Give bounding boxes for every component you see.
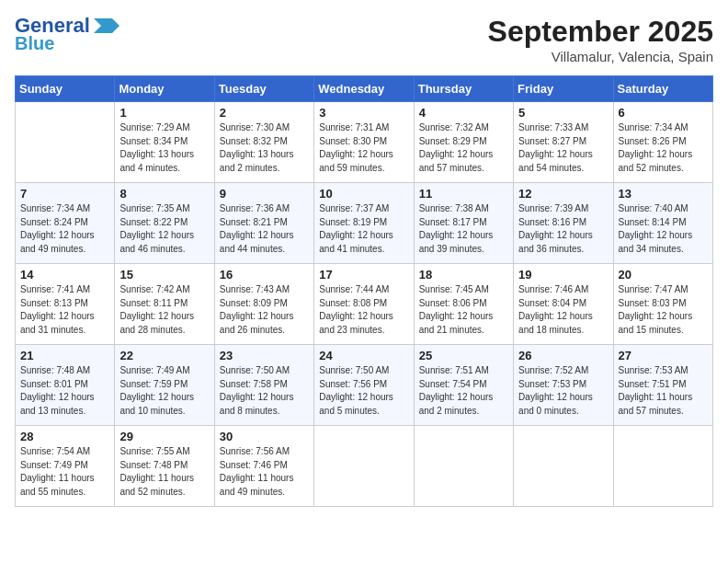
weekday-header: Friday	[514, 76, 613, 102]
day-info: Sunrise: 7:34 AM Sunset: 8:26 PM Dayligh…	[619, 121, 708, 175]
day-info: Sunrise: 7:46 AM Sunset: 8:04 PM Dayligh…	[518, 283, 608, 337]
calendar-cell	[514, 426, 613, 507]
day-info: Sunrise: 7:31 AM Sunset: 8:30 PM Dayligh…	[319, 121, 408, 175]
calendar-cell: 20Sunrise: 7:47 AM Sunset: 8:03 PM Dayli…	[613, 264, 712, 345]
calendar-cell	[414, 426, 513, 507]
day-number: 21	[20, 349, 109, 362]
calendar-week-row: 14Sunrise: 7:41 AM Sunset: 8:13 PM Dayli…	[16, 264, 713, 345]
day-info: Sunrise: 7:37 AM Sunset: 8:19 PM Dayligh…	[319, 202, 408, 256]
day-number: 30	[220, 430, 309, 443]
calendar-cell: 21Sunrise: 7:48 AM Sunset: 8:01 PM Dayli…	[16, 345, 115, 426]
calendar-cell: 11Sunrise: 7:38 AM Sunset: 8:17 PM Dayli…	[414, 183, 513, 264]
day-info: Sunrise: 7:43 AM Sunset: 8:09 PM Dayligh…	[220, 283, 309, 337]
day-number: 26	[518, 349, 608, 362]
day-info: Sunrise: 7:42 AM Sunset: 8:11 PM Dayligh…	[119, 283, 209, 337]
day-number: 16	[220, 268, 309, 282]
calendar-cell: 15Sunrise: 7:42 AM Sunset: 8:11 PM Dayli…	[115, 264, 214, 345]
day-info: Sunrise: 7:51 AM Sunset: 7:54 PM Dayligh…	[419, 364, 508, 418]
calendar-cell: 18Sunrise: 7:45 AM Sunset: 8:06 PM Dayli…	[414, 264, 513, 345]
calendar-cell: 23Sunrise: 7:50 AM Sunset: 7:58 PM Dayli…	[214, 345, 313, 426]
logo: General Blue	[15, 15, 119, 53]
weekday-header: Monday	[115, 76, 214, 102]
day-number: 18	[419, 268, 508, 282]
calendar-cell	[314, 426, 414, 507]
day-number: 28	[20, 430, 109, 443]
calendar-week-row: 1Sunrise: 7:29 AM Sunset: 8:34 PM Daylig…	[16, 102, 713, 183]
logo-icon	[94, 18, 119, 33]
day-number: 11	[419, 187, 508, 201]
day-number: 2	[220, 106, 309, 120]
calendar-cell: 27Sunrise: 7:53 AM Sunset: 7:51 PM Dayli…	[613, 345, 712, 426]
day-info: Sunrise: 7:38 AM Sunset: 8:17 PM Dayligh…	[419, 202, 508, 256]
day-number: 24	[319, 349, 408, 362]
calendar-cell: 7Sunrise: 7:34 AM Sunset: 8:24 PM Daylig…	[16, 183, 115, 264]
calendar-week-row: 7Sunrise: 7:34 AM Sunset: 8:24 PM Daylig…	[16, 183, 713, 264]
day-info: Sunrise: 7:33 AM Sunset: 8:27 PM Dayligh…	[518, 121, 608, 175]
calendar-cell: 1Sunrise: 7:29 AM Sunset: 8:34 PM Daylig…	[115, 102, 214, 183]
day-info: Sunrise: 7:34 AM Sunset: 8:24 PM Dayligh…	[20, 202, 109, 256]
calendar-cell: 2Sunrise: 7:30 AM Sunset: 8:32 PM Daylig…	[214, 102, 313, 183]
logo-blue-text: Blue	[15, 33, 54, 53]
day-number: 6	[619, 106, 708, 120]
calendar-week-row: 28Sunrise: 7:54 AM Sunset: 7:49 PM Dayli…	[16, 426, 713, 507]
day-number: 13	[619, 187, 708, 201]
calendar-cell: 30Sunrise: 7:56 AM Sunset: 7:46 PM Dayli…	[214, 426, 313, 507]
calendar-cell: 6Sunrise: 7:34 AM Sunset: 8:26 PM Daylig…	[613, 102, 712, 183]
day-number: 27	[619, 349, 708, 362]
day-number: 4	[419, 106, 508, 120]
calendar-cell: 8Sunrise: 7:35 AM Sunset: 8:22 PM Daylig…	[115, 183, 214, 264]
location: Villamalur, Valencia, Spain	[488, 49, 713, 64]
day-info: Sunrise: 7:56 AM Sunset: 7:46 PM Dayligh…	[220, 445, 309, 499]
page-header: General Blue September 2025 Villamalur, …	[15, 15, 713, 64]
day-info: Sunrise: 7:48 AM Sunset: 8:01 PM Dayligh…	[20, 364, 109, 418]
calendar-week-row: 21Sunrise: 7:48 AM Sunset: 8:01 PM Dayli…	[16, 345, 713, 426]
day-info: Sunrise: 7:49 AM Sunset: 7:59 PM Dayligh…	[119, 364, 209, 418]
day-info: Sunrise: 7:50 AM Sunset: 7:56 PM Dayligh…	[319, 364, 408, 418]
day-number: 23	[220, 349, 309, 362]
calendar-cell	[16, 102, 115, 183]
day-number: 17	[319, 268, 408, 282]
day-info: Sunrise: 7:29 AM Sunset: 8:34 PM Dayligh…	[119, 121, 209, 175]
weekday-header: Thursday	[414, 76, 513, 102]
day-number: 9	[220, 187, 309, 201]
calendar-table: SundayMondayTuesdayWednesdayThursdayFrid…	[15, 75, 713, 507]
day-number: 14	[20, 268, 109, 282]
day-number: 19	[518, 268, 608, 282]
day-info: Sunrise: 7:32 AM Sunset: 8:29 PM Dayligh…	[419, 121, 508, 175]
calendar-cell	[613, 426, 712, 507]
day-info: Sunrise: 7:41 AM Sunset: 8:13 PM Dayligh…	[20, 283, 109, 337]
day-number: 7	[20, 187, 109, 201]
calendar-cell: 29Sunrise: 7:55 AM Sunset: 7:48 PM Dayli…	[115, 426, 214, 507]
svg-marker-0	[94, 18, 119, 33]
day-number: 5	[518, 106, 608, 120]
calendar-cell: 12Sunrise: 7:39 AM Sunset: 8:16 PM Dayli…	[514, 183, 613, 264]
day-info: Sunrise: 7:52 AM Sunset: 7:53 PM Dayligh…	[518, 364, 608, 418]
day-number: 20	[619, 268, 708, 282]
calendar-cell: 5Sunrise: 7:33 AM Sunset: 8:27 PM Daylig…	[514, 102, 613, 183]
title-block: September 2025 Villamalur, Valencia, Spa…	[488, 15, 713, 64]
calendar-cell: 3Sunrise: 7:31 AM Sunset: 8:30 PM Daylig…	[314, 102, 414, 183]
weekday-header: Wednesday	[314, 76, 414, 102]
weekday-header: Tuesday	[214, 76, 313, 102]
month-title: September 2025	[488, 15, 713, 49]
day-info: Sunrise: 7:30 AM Sunset: 8:32 PM Dayligh…	[220, 121, 309, 175]
calendar-cell: 22Sunrise: 7:49 AM Sunset: 7:59 PM Dayli…	[115, 345, 214, 426]
day-info: Sunrise: 7:54 AM Sunset: 7:49 PM Dayligh…	[20, 445, 109, 499]
calendar-cell: 28Sunrise: 7:54 AM Sunset: 7:49 PM Dayli…	[16, 426, 115, 507]
day-number: 22	[119, 349, 209, 362]
day-info: Sunrise: 7:47 AM Sunset: 8:03 PM Dayligh…	[619, 283, 708, 337]
calendar-cell: 16Sunrise: 7:43 AM Sunset: 8:09 PM Dayli…	[214, 264, 313, 345]
day-info: Sunrise: 7:35 AM Sunset: 8:22 PM Dayligh…	[119, 202, 209, 256]
weekday-header: Saturday	[613, 76, 712, 102]
weekday-header: Sunday	[16, 76, 115, 102]
day-number: 8	[119, 187, 209, 201]
day-number: 10	[319, 187, 408, 201]
calendar-cell: 13Sunrise: 7:40 AM Sunset: 8:14 PM Dayli…	[613, 183, 712, 264]
day-info: Sunrise: 7:53 AM Sunset: 7:51 PM Dayligh…	[619, 364, 708, 418]
day-info: Sunrise: 7:40 AM Sunset: 8:14 PM Dayligh…	[619, 202, 708, 256]
day-number: 29	[119, 430, 209, 443]
calendar-cell: 9Sunrise: 7:36 AM Sunset: 8:21 PM Daylig…	[214, 183, 313, 264]
day-number: 25	[419, 349, 508, 362]
day-number: 3	[319, 106, 408, 120]
day-info: Sunrise: 7:39 AM Sunset: 8:16 PM Dayligh…	[518, 202, 608, 256]
